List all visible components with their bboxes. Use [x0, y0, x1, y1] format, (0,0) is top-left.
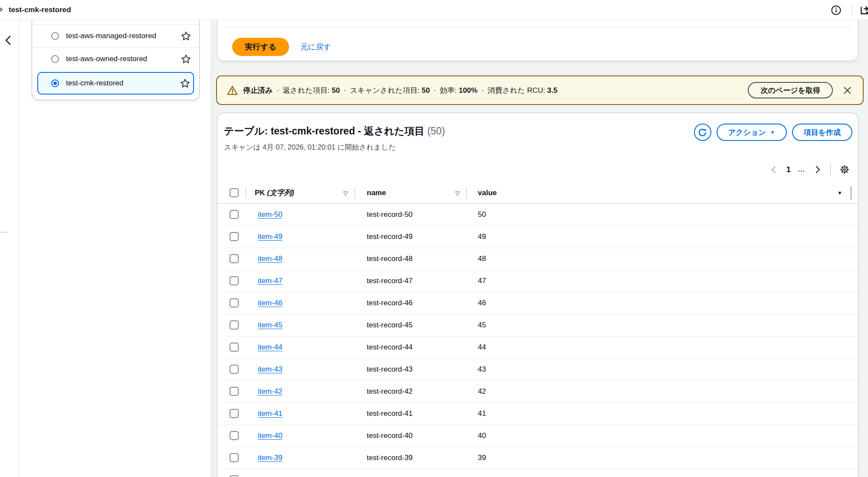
value-cell: 43 [467, 358, 858, 380]
warning-banner: 停止済み · 返された項目: 50 · スキャンされた項目: 50 · 効率: … [216, 75, 864, 105]
actions-dropdown-button[interactable]: アクション ▼ [717, 124, 787, 141]
next-page-button[interactable]: 次のページを取得 [748, 82, 833, 98]
row-checkbox-cell [217, 447, 246, 469]
info-icon[interactable] [829, 3, 842, 16]
name-cell: test-record-42 [355, 380, 467, 402]
item-link[interactable]: item-44 [258, 343, 283, 351]
topbar-divider [852, 3, 852, 16]
item-link[interactable]: item-39 [258, 454, 283, 462]
item-link[interactable]: item-47 [258, 277, 283, 285]
pk-cell: item-43 [246, 358, 355, 380]
metric-value: 100% [459, 86, 477, 95]
row-checkbox[interactable] [230, 254, 239, 263]
column-label-pk: PK [255, 189, 265, 197]
rail-divider [0, 232, 8, 232]
item-link[interactable]: item-50 [258, 210, 283, 219]
name-cell: test-record-45 [355, 314, 467, 336]
row-checkbox[interactable] [230, 343, 239, 352]
row-checkbox-cell [217, 270, 246, 292]
row-checkbox[interactable] [230, 276, 239, 285]
create-item-button[interactable]: 項目を作成 [792, 124, 852, 141]
row-checkbox-cell [217, 358, 246, 380]
items-table-body: item-50test-record-5050item-49test-recor… [217, 203, 858, 477]
row-checkbox[interactable] [230, 210, 239, 219]
left-rail [0, 20, 19, 477]
row-checkbox-cell [217, 314, 246, 336]
reset-link[interactable]: 元に戻す [300, 38, 331, 56]
name-cell: test-record-47 [355, 270, 467, 292]
pagination-next-icon[interactable] [812, 163, 823, 176]
item-link[interactable]: item-46 [258, 299, 283, 307]
select-all-checkbox[interactable] [230, 188, 239, 197]
row-checkbox[interactable] [230, 431, 239, 440]
name-cell: test-record-44 [355, 336, 467, 358]
items-title-text: テーブル: test-cmk-restored - 返された項目 [224, 125, 424, 137]
row-checkbox-cell [217, 380, 246, 402]
item-link[interactable]: item-45 [258, 321, 283, 329]
column-caret-icon[interactable]: ▼ [837, 190, 842, 196]
column-header-value[interactable]: value ▼ [467, 183, 858, 203]
breadcrumb: test-cmk-restored [9, 6, 71, 14]
split-view-panel-icon[interactable] [858, 3, 868, 17]
row-checkbox[interactable] [230, 365, 239, 374]
row-checkbox[interactable] [230, 475, 239, 477]
value-cell: 50 [467, 203, 858, 225]
row-checkbox[interactable] [230, 320, 239, 330]
row-checkbox[interactable] [230, 387, 239, 396]
table-header-row: PK (文字列) ▽ name ▽ value [217, 183, 858, 203]
table-row: item-39test-record-3939 [217, 447, 858, 469]
radio-icon[interactable] [51, 32, 59, 40]
value-cell: 40 [467, 425, 858, 447]
row-checkbox[interactable] [230, 298, 239, 307]
pagination-divider [830, 163, 831, 176]
column-type-suffix: (文字列) [267, 189, 294, 197]
tables-sidebar: test-aws-managed-restored test-aws-owned… [19, 20, 211, 477]
top-navigation-bar: test-cmk-restored [0, 0, 868, 20]
row-checkbox[interactable] [230, 232, 239, 241]
table-option-aws-managed[interactable]: test-aws-managed-restored [32, 24, 199, 47]
sort-icon[interactable]: ▽ [343, 189, 348, 196]
item-link[interactable]: item-40 [258, 431, 283, 440]
table-row: item-41test-record-4141 [217, 402, 858, 425]
favorite-star-icon[interactable] [179, 78, 191, 89]
favorite-star-icon[interactable] [180, 53, 191, 65]
banner-status: 停止済み [243, 86, 273, 95]
item-link[interactable]: item-41 [258, 409, 283, 418]
scan-subtitle: スキャンは 4月 07, 2026, 01:20:01 に開始されました [224, 143, 852, 152]
column-header-pk[interactable]: PK (文字列) ▽ [246, 183, 355, 203]
row-checkbox[interactable] [230, 453, 239, 462]
run-button[interactable]: 実行する [232, 38, 289, 56]
close-icon[interactable] [841, 84, 853, 96]
item-link[interactable]: item-43 [258, 365, 283, 373]
metric-label: 消費された RCU: [488, 86, 547, 95]
row-checkbox-cell [217, 336, 246, 358]
name-cell: test-record-41 [355, 402, 467, 425]
row-checkbox[interactable] [230, 409, 239, 418]
item-link[interactable]: item-42 [258, 387, 283, 395]
refresh-icon[interactable] [694, 124, 711, 141]
pk-cell: item-40 [246, 425, 355, 447]
metric-separator: · [430, 86, 440, 95]
radio-checked-icon[interactable] [51, 79, 59, 87]
pk-cell: item-47 [246, 270, 355, 292]
query-divider [224, 27, 852, 27]
table-row: item-44test-record-4444 [217, 336, 858, 358]
table-option-aws-owned[interactable]: test-aws-owned-restored [32, 47, 199, 70]
item-link[interactable]: item-49 [258, 232, 283, 241]
settings-gear-icon[interactable] [838, 163, 851, 176]
collapse-panel-icon[interactable] [3, 35, 13, 47]
item-link[interactable]: item-48 [258, 255, 283, 263]
column-header-name[interactable]: name ▽ [355, 183, 467, 203]
column-label-name: name [367, 189, 386, 197]
table-option-cmk-selected[interactable]: test-cmk-restored [37, 72, 194, 95]
pagination-page-current[interactable]: 1 [786, 165, 791, 174]
pagination-ellipsis: ... [798, 166, 805, 173]
favorite-star-icon[interactable] [180, 30, 191, 42]
pagination-prev-icon[interactable] [769, 163, 779, 176]
sort-icon[interactable]: ▽ [455, 189, 460, 196]
value-cell: 44 [467, 336, 858, 358]
radio-icon[interactable] [51, 55, 59, 63]
column-resize-handle[interactable] [851, 186, 852, 199]
pk-cell: item-50 [246, 203, 355, 225]
row-checkbox-cell [217, 469, 246, 477]
